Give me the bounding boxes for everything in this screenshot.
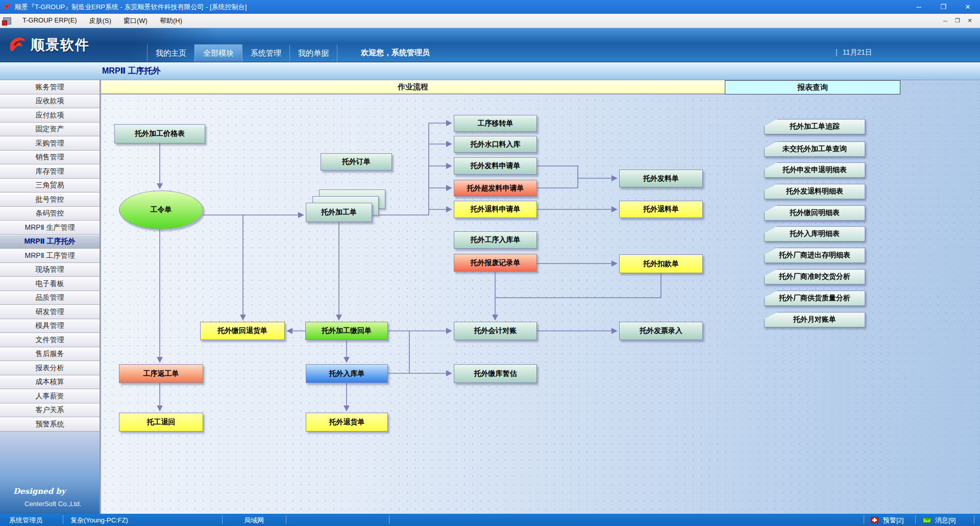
brand-logo: 顺景软件	[6, 34, 90, 56]
mdi-restore-icon[interactable]: ❐	[951, 16, 964, 26]
flow-node-stock-estimate[interactable]: 托外缴库暂估	[454, 364, 537, 383]
nav-tab[interactable]: 我的单据	[289, 44, 337, 62]
status-separator	[63, 515, 63, 524]
flow-node-issue-note[interactable]: 托外发料单	[619, 170, 703, 187]
flow-node-issue-request[interactable]: 托外发料申请单	[454, 157, 537, 175]
sidebar-item[interactable]: 客户关系	[0, 403, 100, 418]
sidebar-item[interactable]: 应付款项	[0, 108, 100, 123]
sidebar: 账务管理应收款项应付款项固定资产采购管理销售管理库存管理三角贸易批号管控条码管控…	[0, 80, 100, 514]
sidebar-item[interactable]: 固定资产	[0, 123, 100, 137]
sidebar-item[interactable]: 模具管理	[0, 319, 100, 333]
report-button[interactable]: 托外申发申退明细表	[764, 162, 865, 178]
nav-tabstrip: 我的主页全部模块系统管理我的单据	[147, 44, 337, 62]
flow-node-invoice-entry[interactable]: 托外发票录入	[619, 322, 703, 340]
sidebar-item[interactable]: 现场管理	[0, 263, 100, 277]
report-button[interactable]: 托外入库明细表	[764, 226, 865, 242]
sidebar-item[interactable]: 人事薪资	[0, 389, 100, 403]
flow-node-return-request[interactable]: 托外退料申请单	[454, 201, 537, 218]
menu-bar: T-GROUP ERP(E)皮肤(S)窗口(W)帮助(H) ─ ❐ ✕	[0, 14, 980, 28]
flow-node-proc-stock-in[interactable]: 托外工序入库单	[454, 231, 537, 249]
sidebar-item[interactable]: 三角贸易	[0, 179, 100, 193]
nav-band: 顺景软件 我的主页全部模块系统管理我的单据 欢迎您，系统管理员 |11月21日 …	[0, 28, 980, 62]
designed-by-text: Designed by	[13, 487, 100, 496]
flow-node-rework-order[interactable]: 工序返工单	[119, 364, 203, 383]
nav-tab[interactable]: 全部模块	[194, 44, 242, 62]
sidebar-item[interactable]: 条码管控	[0, 207, 100, 221]
report-button[interactable]: 托外厂商供货质量分析	[764, 291, 865, 306]
flow-node-work-order[interactable]: 工令单	[119, 190, 203, 229]
report-button-wrap: 托外加工单追踪	[764, 119, 865, 134]
report-button-wrap: 托外厂商准时交货分析	[764, 269, 865, 284]
report-button[interactable]: 托外厂商进出存明细表	[764, 248, 865, 263]
messages-status[interactable]: 消息[9]	[935, 516, 955, 525]
sidebar-item[interactable]: 预警系统	[0, 417, 100, 432]
sidebar-item[interactable]: 采购管理	[0, 136, 100, 151]
sidebar-item[interactable]: 成本核算	[0, 375, 100, 390]
date-display: |11月21日	[836, 48, 872, 57]
flow-process-header: 作业流程	[101, 80, 725, 94]
sidebar-item[interactable]: 研发管理	[0, 305, 100, 319]
flow-node-return-note[interactable]: 托外退料单	[619, 201, 703, 218]
sidebar-item[interactable]: MRPⅡ 工序托外	[0, 235, 100, 249]
status-separator	[915, 515, 916, 524]
status-separator	[389, 515, 389, 524]
flow-node-outsource-order[interactable]: 托外订单	[321, 153, 392, 171]
window-title: 顺景『T-GROUP』制造业ERP系统 - 东莞顺景软件科技有限公司 - [系统…	[15, 3, 247, 12]
report-button[interactable]: 托外发退料明细表	[764, 184, 865, 199]
report-button[interactable]: 未交托外加工单查询	[764, 141, 865, 157]
report-button[interactable]: 托外厂商准时交货分析	[764, 269, 865, 284]
menu-item[interactable]: 帮助(H)	[154, 16, 188, 26]
alerts-status[interactable]: 预警[2]	[883, 516, 903, 525]
minimize-icon[interactable]: ─	[906, 0, 931, 14]
flow-node-scrap-record[interactable]: 托外报废记录单	[454, 254, 537, 272]
sidebar-item[interactable]: 品质管理	[0, 291, 100, 305]
status-separator	[974, 515, 974, 524]
report-button-wrap: 托外厂商供货质量分析	[764, 291, 865, 306]
sidebar-item[interactable]: 电子看板	[0, 277, 100, 291]
report-button[interactable]: 托外缴回明细表	[764, 205, 865, 221]
date-text: 11月21日	[843, 48, 872, 56]
sidebar-item[interactable]: 账务管理	[0, 80, 100, 94]
flow-node-sprue-in[interactable]: 托外水口料入库	[454, 136, 537, 153]
menu-item[interactable]: 皮肤(S)	[83, 16, 117, 26]
sidebar-item-list: 账务管理应收款项应付款项固定资产采购管理销售管理库存管理三角贸易批号管控条码管控…	[0, 80, 100, 432]
sidebar-item[interactable]: 应收款项	[0, 94, 100, 109]
flow-node-process-submit[interactable]: 托外加工缴回单	[305, 322, 388, 340]
sidebar-item[interactable]: MRPⅡ 工序管理	[0, 249, 100, 263]
sidebar-item[interactable]: 库存管理	[0, 164, 100, 179]
mdi-minimize-icon[interactable]: ─	[939, 16, 951, 26]
status-item: 系统管理员	[9, 516, 42, 525]
mdi-close-icon[interactable]: ✕	[964, 16, 976, 26]
flow-node-goods-return[interactable]: 托外退货单	[306, 413, 388, 432]
flow-node-process-order[interactable]: 托外加工单	[306, 203, 372, 222]
report-button-wrap: 托外月对账单	[764, 312, 865, 327]
sidebar-item[interactable]: 售后服务	[0, 347, 100, 362]
flow-node-work-return[interactable]: 托工退回	[119, 413, 203, 432]
close-icon[interactable]: ✕	[955, 0, 980, 14]
alert-icon[interactable]	[871, 517, 878, 523]
flow-node-overissue-req[interactable]: 托外超发料申请单	[454, 180, 537, 197]
nav-tab[interactable]: 我的主页	[147, 44, 194, 62]
menu-item[interactable]: T-GROUP ERP(E)	[16, 16, 83, 24]
nav-tab[interactable]: 系统管理	[242, 44, 289, 62]
menu-item[interactable]: 窗口(W)	[117, 16, 154, 26]
sidebar-footer: Designed by CenterSoft Co.,Ltd.	[0, 487, 100, 508]
sidebar-item[interactable]: 批号管控	[0, 193, 100, 207]
report-button-wrap: 托外申发申退明细表	[764, 162, 865, 178]
flow-node-acct-reconcile[interactable]: 托外会计对账	[454, 322, 537, 340]
sidebar-item[interactable]: MRPⅡ 生产管理	[0, 221, 100, 235]
centersoft-text: CenterSoft Co.,Ltd.	[24, 500, 100, 508]
sidebar-item[interactable]: 文件管理	[0, 333, 100, 347]
maximize-icon[interactable]: ❐	[931, 0, 955, 14]
flow-node-stock-in[interactable]: 托外入库单	[306, 364, 388, 383]
sidebar-item[interactable]: 销售管理	[0, 151, 100, 165]
status-separator	[222, 515, 223, 524]
message-envelope-icon[interactable]	[923, 517, 931, 523]
flow-node-deduction-note[interactable]: 托外扣款单	[619, 254, 703, 273]
flow-node-price-list[interactable]: 托外加工价格表	[114, 124, 205, 144]
report-button[interactable]: 托外月对账单	[764, 312, 865, 327]
sidebar-item[interactable]: 报表分析	[0, 361, 100, 375]
flow-node-transfer[interactable]: 工序移转单	[454, 115, 537, 132]
flow-node-submit-return[interactable]: 托外缴回退货单	[200, 322, 285, 340]
report-button[interactable]: 托外加工单追踪	[764, 119, 865, 134]
